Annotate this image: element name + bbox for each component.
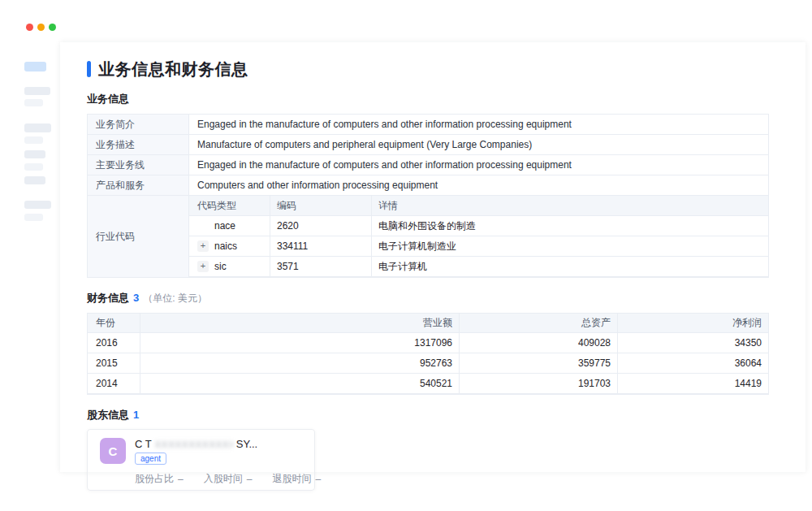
row-value: Engaged in the manufacture of computers …	[189, 115, 768, 134]
total-assets-cell: 191703	[460, 374, 618, 393]
title-accent-bar	[87, 61, 91, 77]
net-profit-cell: 14419	[618, 374, 768, 393]
shareholder-name: C T XXXXXXXXXXXX SY...	[135, 438, 321, 450]
shareholder-card[interactable]: C C T XXXXXXXXXXXX SY... agent 股份占比 –	[87, 429, 315, 491]
industry-code-row: + sic 3571 电子计算机	[189, 257, 768, 277]
window-controls	[26, 24, 56, 31]
finance-section-title: 财务信息 3 （单位: 美元）	[87, 291, 769, 305]
shareholder-avatar: C	[100, 438, 126, 464]
finance-table-row: 2015 952763 359775 36064	[88, 353, 768, 374]
column-header-code-type: 代码类型	[189, 196, 270, 215]
industry-code-row: + nace 2620 电脑和外围设备的制造	[189, 216, 768, 236]
code-detail-cell: 电子计算机制造业	[372, 236, 768, 256]
column-header-year: 年份	[88, 314, 140, 332]
year-cell: 2015	[88, 353, 140, 373]
total-assets-cell: 359775	[460, 353, 618, 373]
maximize-window-button[interactable]	[49, 24, 56, 31]
shareholder-stat: 退股时间 –	[272, 472, 321, 486]
row-label: 行业代码	[88, 196, 189, 277]
business-info-row: 业务简介 Engaged in the manufacture of compu…	[88, 115, 768, 135]
code-cell: 3571	[270, 257, 372, 276]
sidebar-item[interactable]	[24, 214, 43, 221]
column-header-revenue: 营业额	[140, 314, 460, 332]
code-detail-cell: 电子计算机	[372, 257, 768, 276]
row-label: 业务描述	[88, 135, 189, 154]
code-type-cell: + nace	[189, 216, 270, 236]
industry-codes-header: 代码类型 编码 详情	[189, 196, 768, 216]
shareholder-name-prefix: C T	[135, 438, 152, 450]
main-content-panel: 业务信息和财务信息 业务信息 业务简介 Engaged in the manuf…	[60, 42, 806, 472]
page-title: 业务信息和财务信息	[98, 58, 248, 80]
sidebar-item-active[interactable]	[24, 62, 46, 71]
row-label: 产品和服务	[88, 175, 189, 195]
sidebar-item[interactable]	[24, 87, 50, 95]
industry-code-row: + naics 334111 电子计算机制造业	[189, 236, 768, 257]
shareholder-role-badge: agent	[135, 453, 166, 465]
industry-codes-table: 代码类型 编码 详情 + nace 2620 电脑和外围设备的制造	[189, 196, 768, 277]
business-info-row: 业务描述 Manufacture of computers and periph…	[88, 135, 768, 155]
expand-icon[interactable]: +	[197, 240, 209, 252]
stat-value: –	[247, 474, 253, 485]
row-value: Manufacture of computers and peripheral …	[189, 135, 768, 154]
shareholder-section-title: 股东信息 1	[87, 408, 769, 422]
shareholder-count-badge: 1	[133, 409, 139, 421]
stat-value: –	[315, 474, 321, 485]
row-label: 业务简介	[88, 115, 189, 134]
sidebar-item[interactable]	[24, 136, 43, 144]
finance-table-row: 2016 1317096 409028 34350	[88, 333, 768, 353]
shareholder-stat: 股份占比 –	[135, 472, 184, 486]
finance-count-badge: 3	[133, 292, 139, 304]
code-type: naics	[214, 240, 237, 252]
total-assets-cell: 409028	[460, 333, 618, 353]
sidebar-item[interactable]	[24, 163, 43, 171]
shareholder-stats: 股份占比 – 入股时间 – 退股时间 –	[135, 472, 321, 486]
business-section-label: 业务信息	[87, 92, 129, 106]
shareholder-section-label: 股东信息	[87, 408, 129, 422]
finance-table-row: 2014 540521 191703 14419	[88, 374, 768, 394]
finance-table-header: 年份 营业额 总资产 净利润	[88, 314, 768, 333]
finance-section-label: 财务信息	[87, 291, 129, 305]
revenue-cell: 540521	[140, 374, 460, 393]
business-section-title: 业务信息	[87, 92, 769, 106]
business-info-row: 产品和服务 Computers and other information pr…	[88, 175, 768, 196]
sidebar-item[interactable]	[24, 99, 43, 106]
sidebar-item[interactable]	[24, 201, 51, 209]
code-type: nace	[214, 220, 235, 232]
net-profit-cell: 34350	[618, 333, 768, 353]
business-info-table: 业务简介 Engaged in the manufacture of compu…	[87, 114, 769, 278]
finance-table: 年份 营业额 总资产 净利润 2016 1317096 409028 34350…	[87, 313, 769, 395]
stat-label: 退股时间	[272, 472, 311, 486]
shareholder-stat: 入股时间 –	[204, 472, 253, 486]
shareholder-name-suffix: SY...	[236, 438, 258, 450]
year-cell: 2016	[88, 333, 140, 353]
business-info-row: 主要业务线 Engaged in the manufacture of comp…	[88, 155, 768, 175]
revenue-cell: 1317096	[140, 333, 460, 353]
page-header: 业务信息和财务信息	[87, 59, 769, 79]
stat-label: 股份占比	[135, 472, 174, 486]
column-header-code: 编码	[270, 196, 372, 215]
year-cell: 2014	[88, 374, 140, 393]
revenue-cell: 952763	[140, 353, 460, 373]
net-profit-cell: 36064	[618, 353, 768, 373]
expand-icon[interactable]: +	[197, 261, 209, 272]
sidebar-item[interactable]	[24, 176, 45, 184]
code-cell: 334111	[270, 236, 372, 256]
column-header-total-assets: 总资产	[460, 314, 618, 332]
shareholder-card-body: C T XXXXXXXXXXXX SY... agent 股份占比 – 入股时间	[135, 438, 321, 490]
finance-unit-note: （单位: 美元）	[143, 292, 207, 305]
sidebar-item[interactable]	[24, 150, 45, 158]
code-type-cell: + sic	[189, 257, 270, 276]
shareholder-name-redacted: XXXXXXXXXXXX	[155, 440, 233, 449]
minimize-window-button[interactable]	[37, 24, 45, 31]
close-window-button[interactable]	[26, 24, 33, 31]
row-label: 主要业务线	[88, 155, 189, 175]
code-type-cell: + naics	[189, 236, 270, 256]
sidebar-item[interactable]	[24, 123, 51, 132]
row-value: Computers and other information processi…	[189, 175, 768, 195]
code-cell: 2620	[270, 216, 372, 236]
column-header-net-profit: 净利润	[618, 314, 768, 332]
column-header-detail: 详情	[372, 196, 768, 215]
code-detail-cell: 电脑和外围设备的制造	[372, 216, 768, 236]
row-value: Engaged in the manufacture of computers …	[189, 155, 768, 175]
industry-codes-row: 行业代码 代码类型 编码 详情 + nace 2620	[88, 196, 768, 277]
